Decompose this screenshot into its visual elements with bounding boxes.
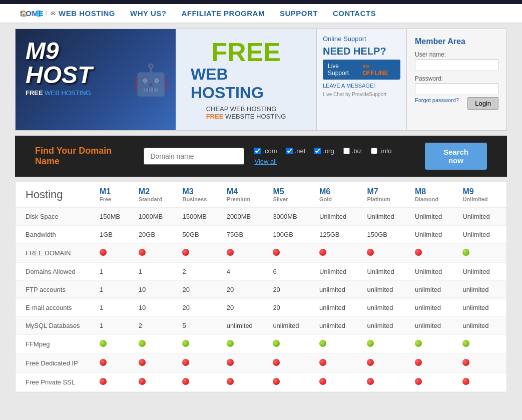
table-row: Free Dedicated IP xyxy=(16,354,506,373)
home-icon[interactable]: 🏠 xyxy=(20,10,28,17)
free-website-label: FREE WEBSITE HOSTING xyxy=(206,113,286,120)
row-cell: 150GB xyxy=(363,226,411,244)
nav-web-hosting[interactable]: WEB HOSTING xyxy=(59,9,115,18)
row-label: Domains Allowed xyxy=(16,263,96,281)
domain-name-input[interactable] xyxy=(144,148,244,165)
row-cell: 100GB xyxy=(269,226,315,244)
row-cell: 20 xyxy=(178,281,222,299)
cheap-label: CHEAP WEB HOSTING xyxy=(206,105,286,113)
row-cell: unlimited xyxy=(363,299,411,317)
row-cell: 20 xyxy=(223,299,269,317)
red-dot-icon xyxy=(100,378,107,385)
nav-affiliate[interactable]: AFFILIATE PROGRAM xyxy=(181,9,265,18)
row-cell: unlimited xyxy=(411,317,459,335)
plan-m8: M8 Diamond xyxy=(411,182,459,208)
username-input[interactable] xyxy=(415,59,498,71)
search-now-button[interactable]: Search now xyxy=(425,143,487,170)
row-cell: Unlimited xyxy=(363,263,411,281)
red-dot-icon xyxy=(319,378,326,385)
login-button[interactable]: Login xyxy=(467,97,498,110)
row-cell xyxy=(269,244,315,263)
red-dot-icon xyxy=(415,359,422,366)
row-cell: 2 xyxy=(178,263,222,281)
row-cell: 1 xyxy=(96,299,135,317)
row-cell xyxy=(411,244,459,263)
row-cell xyxy=(178,373,222,392)
row-cell: 5 xyxy=(178,317,222,335)
row-cell: Unlimited xyxy=(458,263,506,281)
forgot-password-link[interactable]: Forgot password? xyxy=(415,97,459,103)
row-cell: unlimited xyxy=(223,317,269,335)
row-cell: 3000MB xyxy=(269,208,315,226)
green-dot-icon xyxy=(227,340,234,347)
red-dot-icon xyxy=(139,378,146,385)
row-cell: unlimited xyxy=(411,299,459,317)
row-cell xyxy=(223,335,269,354)
live-support-button[interactable]: Live Support »» OFFLINE xyxy=(323,60,400,80)
row-cell: 1500MB xyxy=(178,208,222,226)
row-cell xyxy=(315,373,363,392)
row-cell: 20 xyxy=(269,281,315,299)
nav-support[interactable]: SUPPORT xyxy=(280,9,318,18)
promo-subtext: CHEAP WEB HOSTING FREE WEBSITE HOSTING xyxy=(206,105,286,120)
member-area-title: Member Area xyxy=(415,37,498,46)
offline-status: »» OFFLINE xyxy=(362,63,395,77)
row-cell xyxy=(135,335,179,354)
red-dot-icon xyxy=(182,359,189,366)
plan-m1: M1 Free xyxy=(96,182,135,208)
row-cell: unlimited xyxy=(315,281,363,299)
view-all-tlds[interactable]: View all xyxy=(254,158,277,165)
row-cell xyxy=(178,335,222,354)
live-label: Live Support xyxy=(328,63,360,77)
red-dot-icon xyxy=(100,359,107,366)
red-dot-icon xyxy=(319,249,326,256)
row-cell: unlimited xyxy=(363,281,411,299)
plan-m4: M4 Premium xyxy=(223,182,269,208)
table-row: Free Private SSL xyxy=(16,373,506,392)
green-dot-icon xyxy=(273,340,280,347)
password-label: Password: xyxy=(415,75,498,82)
row-cell: 20 xyxy=(178,299,222,317)
row-cell xyxy=(458,244,506,263)
table-row: E-mail accounts110202020unlimitedunlimit… xyxy=(16,299,506,317)
row-label: Free Dedicated IP xyxy=(16,354,96,373)
red-dot-icon xyxy=(227,359,234,366)
row-cell: unlimited xyxy=(269,317,315,335)
row-cell: 75GB xyxy=(223,226,269,244)
leave-message-label[interactable]: LEAVE A MESSAGE! xyxy=(323,83,400,89)
row-label: FFMpeg xyxy=(16,335,96,354)
hero-section: M9 HOST FREE WEB HOSTING 🤖 FREE WEB HOST… xyxy=(15,29,507,131)
table-header-row: Hosting M1 Free M2 Standard M3 Business … xyxy=(16,182,506,208)
find-text: Find xyxy=(35,146,54,156)
network-icon[interactable]: 🌐 xyxy=(35,10,43,17)
red-dot-icon xyxy=(415,249,422,256)
tld-biz[interactable]: .biz xyxy=(343,147,362,155)
row-label: Free Private SSL xyxy=(16,373,96,392)
tld-com[interactable]: .com xyxy=(254,147,277,155)
main-nav: HOME WEB HOSTING WHY US? AFFILIATE PROGR… xyxy=(20,9,376,18)
row-cell: Unlimited xyxy=(363,208,411,226)
row-cell: unlimited xyxy=(363,317,411,335)
plan-m9: M9 Unlimited xyxy=(458,182,506,208)
tld-net[interactable]: .net xyxy=(286,147,306,155)
mail-icon[interactable]: ✉ xyxy=(51,10,56,17)
row-cell xyxy=(315,335,363,354)
row-cell xyxy=(269,354,315,373)
red-dot-icon xyxy=(273,249,280,256)
row-cell xyxy=(269,335,315,354)
row-cell: Unlimited xyxy=(458,208,506,226)
red-dot-icon xyxy=(367,359,374,366)
row-cell: 1 xyxy=(96,281,135,299)
nav-why-us[interactable]: WHY US? xyxy=(130,9,166,18)
row-label: MySQL Databases xyxy=(16,317,96,335)
online-support-label: Online Support xyxy=(323,35,400,43)
row-cell: 4 xyxy=(223,263,269,281)
green-dot-icon xyxy=(139,340,146,347)
tld-info[interactable]: .info xyxy=(371,147,392,155)
nav-contacts[interactable]: CONTACTS xyxy=(333,9,376,18)
web-hosting-headline: WEB HOSTING xyxy=(191,65,301,102)
tld-org[interactable]: .org xyxy=(314,147,334,155)
password-input[interactable] xyxy=(415,83,498,95)
hosting-table-section: Hosting M1 Free M2 Standard M3 Business … xyxy=(15,182,507,392)
hero-promo: FREE WEB HOSTING CHEAP WEB HOSTING FREE … xyxy=(176,29,316,130)
